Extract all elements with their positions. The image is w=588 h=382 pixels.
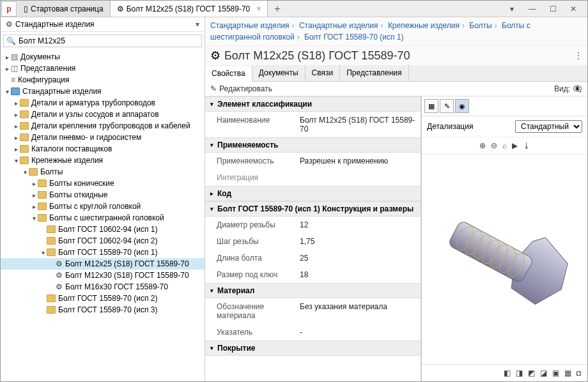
tree-item[interactable]: Болт ГОСТ 15589-70 (исп 2) (1, 293, 205, 304)
prop-key: Указатель (210, 328, 300, 337)
tab-representations[interactable]: Представления (340, 65, 408, 81)
crumb[interactable]: Стандартные изделия (210, 21, 290, 30)
tree-item[interactable]: ▸Детали пневмо- и гидросистем (1, 132, 205, 143)
kebab-icon[interactable]: ⋮ (575, 51, 582, 60)
prop-value: 25 (300, 254, 415, 263)
tree-item[interactable]: ⚙Болт M16x30 ГОСТ 15589-70 (1, 281, 205, 293)
tab-bolt[interactable]: ⚙ Болт M12x25 (S18) ГОСТ 15589-70 × (111, 1, 268, 17)
zoom-fit-icon[interactable]: ⌕ (502, 141, 507, 150)
tab-links[interactable]: Связи (306, 65, 341, 81)
cube-icon[interactable]: ◘ (576, 369, 581, 378)
view-modes-bar: ◧ ◨ ◩ ◪ ▣ ▦ ◘ (422, 364, 587, 381)
tree-item[interactable]: ▸Детали и узлы сосудов и аппаратов (1, 109, 205, 120)
view-toggle[interactable]: Вид:👁‍🗨 (554, 84, 582, 93)
properties-list: ▾Элемент классификации НаименованиеБолт … (205, 96, 421, 381)
3d-icon[interactable]: ◉ (455, 99, 469, 113)
prop-key: Шаг резьбы (210, 237, 300, 246)
svg-rect-1 (447, 220, 534, 284)
chevron-down-icon[interactable]: ▾ (196, 20, 199, 29)
search-input[interactable]: 🔍 Болт М12х25 (3, 34, 202, 47)
prop-key: Длина болта (210, 254, 300, 263)
tree-std[interactable]: ▾Стандартные изделия (1, 86, 205, 97)
close-icon[interactable]: × (256, 4, 261, 13)
image-icon[interactable]: ▦ (424, 99, 438, 113)
page-title: Болт M12x25 (S18) ГОСТ 15589-70 (224, 49, 410, 63)
tree-item-selected[interactable]: ⚙Болт M12x25 (S18) ГОСТ 15589-70 (1, 258, 205, 270)
tree-views[interactable]: ▸◫Представления (1, 63, 205, 74)
prop-key: Обозначение материала (210, 302, 300, 320)
tab-documents[interactable]: Документы (252, 65, 306, 81)
title-bar: р ▯ Стартовая страница ⚙ Болт M12x25 (S1… (1, 1, 587, 17)
tree-item[interactable]: ▾Крепежные изделия (1, 155, 205, 166)
pencil-icon: ✎ (210, 84, 217, 93)
search-value: Болт М12х25 (19, 36, 65, 45)
cube-icon[interactable]: ◪ (540, 369, 547, 378)
cube-icon[interactable]: ▦ (564, 369, 571, 378)
crumb[interactable]: Стандартные изделия (299, 21, 378, 30)
tab-properties[interactable]: Свойства (205, 66, 252, 82)
section-coating[interactable]: ▾Покрытие (205, 340, 421, 356)
play-icon[interactable]: ▶ (512, 141, 518, 150)
subtabs: Свойства Документы Связи Представления (205, 65, 587, 82)
tree-item[interactable]: ▾Болты (1, 166, 205, 178)
prop-value: Без указания материала (300, 302, 415, 320)
download-icon[interactable]: ⭳ (523, 141, 530, 150)
prop-value: 12 (300, 220, 415, 229)
new-tab-button[interactable]: + (268, 3, 286, 15)
panel-title: Стандартные изделия (15, 20, 95, 29)
right-panel: Стандартные изделия› Стандартные изделия… (205, 17, 587, 381)
tree-item[interactable]: ▾Болт ГОСТ 15589-70 (исп 1) (1, 247, 205, 258)
minimize-icon[interactable]: — (525, 4, 540, 13)
close-window-icon[interactable]: ✕ (566, 4, 581, 13)
detail-row: Детализация Стандартный (422, 116, 587, 137)
tree-item[interactable]: ▸Каталоги поставщиков (1, 143, 205, 155)
part-icon: ⚙ (210, 49, 220, 63)
drop-icon[interactable]: ▾ (504, 4, 520, 13)
tree-item[interactable]: ▸Болты с круглой головкой (1, 201, 205, 212)
tree-config[interactable]: ≡Конфигурация (1, 74, 205, 86)
page-title-row: ⚙ Болт M12x25 (S18) ГОСТ 15589-70 ⋮ (205, 46, 587, 65)
drawing-icon[interactable]: ✎ (440, 99, 454, 113)
tree-item[interactable]: ⚙Болт M12x30 (S18) ГОСТ 15589-70 (1, 270, 205, 281)
edit-button[interactable]: ✎Редактировать (210, 84, 272, 93)
tab-start[interactable]: ▯ Стартовая страница (17, 1, 111, 17)
detail-select[interactable]: Стандартный (515, 120, 582, 133)
prop-value: - (300, 328, 415, 337)
crumb[interactable]: Крепежные изделия (388, 21, 460, 30)
tree-item[interactable]: ▸Болты откидные (1, 189, 205, 201)
tree-item[interactable]: Болт ГОСТ 10602-94 (исп 1) (1, 224, 205, 235)
bolt-rendering (422, 181, 587, 338)
prop-key: Применяемость (210, 157, 300, 165)
tree-item[interactable]: ▸Болты конические (1, 178, 205, 189)
section-usage[interactable]: ▾Применяемость (205, 137, 421, 153)
tree-item[interactable]: ▸Детали и арматура трубопроводов (1, 97, 205, 109)
cube-icon[interactable]: ▣ (552, 369, 559, 378)
tree-docs[interactable]: ▸▤Документы (1, 51, 205, 63)
zoom-out-icon[interactable]: ⊖ (491, 141, 497, 150)
part-icon: ⚙ (117, 4, 124, 13)
section-dimensions[interactable]: ▾Болт ГОСТ 15589-70 (исп 1) Конструкция … (205, 201, 421, 217)
properties-toolbar: ✎Редактировать Вид:👁‍🗨 (205, 82, 587, 96)
section-code[interactable]: ▸Код (205, 186, 421, 201)
tree-item[interactable]: Болт ГОСТ 10602-94 (исп 2) (1, 235, 205, 247)
maximize-icon[interactable]: ☐ (545, 4, 561, 13)
eye-off-icon: 👁‍🗨 (573, 84, 582, 93)
crumb[interactable]: Болты (469, 21, 491, 30)
preview-panel: ▦ ✎ ◉ Детализация Стандартный ⊕ ⊖ ⌕ ▶ ⭳ (421, 96, 587, 381)
zoom-in-icon[interactable]: ⊕ (479, 141, 486, 150)
tree-item[interactable]: ▸Детали крепления трубопроводов и кабеле… (1, 120, 205, 132)
tree-item[interactable]: ▾Болты с шестигранной головкой (1, 212, 205, 224)
panel-header[interactable]: ⚙ Стандартные изделия ▾ (1, 17, 205, 32)
section-material[interactable]: ▾Материал (205, 283, 421, 298)
cube-icon[interactable]: ◧ (504, 369, 511, 378)
breadcrumb: Стандартные изделия› Стандартные изделия… (205, 17, 587, 46)
prop-value: 1,75 (300, 237, 415, 246)
crumb[interactable]: Болт ГОСТ 15589-70 (исп 1) (304, 33, 403, 42)
prop-value: Болт M12x25 (S18) ГОСТ 15589-70 (300, 116, 415, 134)
cube-icon[interactable]: ◩ (528, 369, 535, 378)
3d-viewport[interactable] (422, 155, 587, 364)
section-classification[interactable]: ▾Элемент классификации (205, 96, 421, 112)
cube-icon[interactable]: ◨ (516, 369, 523, 378)
tree-item[interactable]: Болт ГОСТ 15589-70 (исп 3) (1, 304, 205, 316)
tab-label: Стартовая страница (31, 4, 104, 13)
